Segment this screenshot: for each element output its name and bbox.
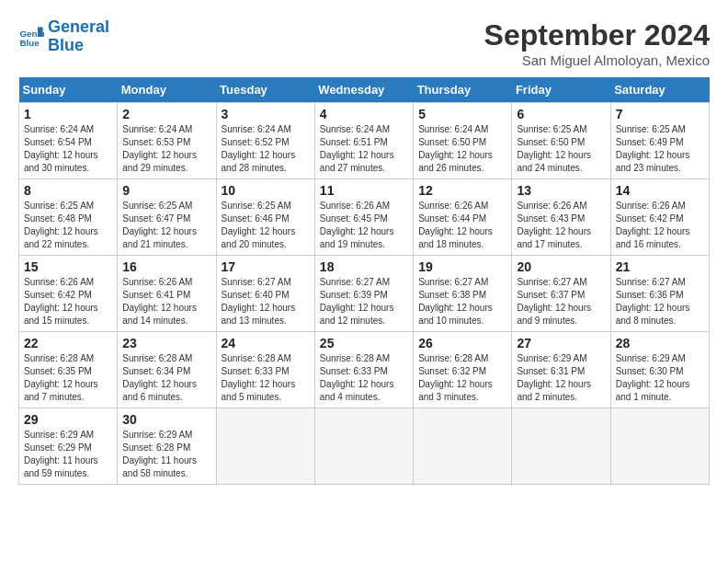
calendar-cell <box>314 408 413 485</box>
day-number: 5 <box>418 107 506 121</box>
calendar-cell: 5 Sunrise: 6:24 AMSunset: 6:50 PMDayligh… <box>414 103 512 179</box>
calendar-cell: 8 Sunrise: 6:25 AMSunset: 6:48 PMDayligh… <box>19 179 118 256</box>
calendar-week-2: 8 Sunrise: 6:25 AMSunset: 6:48 PMDayligh… <box>19 179 710 256</box>
day-number: 15 <box>24 259 112 274</box>
day-info: Sunrise: 6:28 AMSunset: 6:33 PMDaylight:… <box>320 352 408 404</box>
day-info: Sunrise: 6:29 AMSunset: 6:30 PMDaylight:… <box>616 352 704 404</box>
calendar-cell <box>512 408 610 485</box>
calendar-cell: 3 Sunrise: 6:24 AMSunset: 6:52 PMDayligh… <box>216 103 314 179</box>
day-number: 3 <box>222 107 310 121</box>
day-number: 26 <box>418 336 506 350</box>
calendar-cell: 9 Sunrise: 6:25 AMSunset: 6:47 PMDayligh… <box>118 179 216 256</box>
title-area: September 2024 San Miguel Almoloyan, Mex… <box>484 18 710 68</box>
day-number: 11 <box>320 183 408 198</box>
day-number: 25 <box>320 336 408 350</box>
logo-blue: Blue <box>48 36 84 54</box>
day-info: Sunrise: 6:24 AMSunset: 6:50 PMDaylight:… <box>418 123 506 175</box>
calendar-cell: 13 Sunrise: 6:26 AMSunset: 6:43 PMDaylig… <box>512 179 610 256</box>
day-number: 2 <box>122 107 210 121</box>
day-info: Sunrise: 6:28 AMSunset: 6:33 PMDaylight:… <box>222 352 310 404</box>
logo-general: General <box>48 17 109 36</box>
calendar-cell: 12 Sunrise: 6:26 AMSunset: 6:44 PMDaylig… <box>414 179 512 256</box>
day-number: 23 <box>122 336 210 350</box>
calendar-cell: 17 Sunrise: 6:27 AMSunset: 6:40 PMDaylig… <box>216 256 314 332</box>
svg-marker-2 <box>38 27 43 37</box>
day-info: Sunrise: 6:29 AMSunset: 6:31 PMDaylight:… <box>517 352 605 404</box>
calendar-cell: 4 Sunrise: 6:24 AMSunset: 6:51 PMDayligh… <box>314 103 413 179</box>
day-info: Sunrise: 6:25 AMSunset: 6:49 PMDaylight:… <box>616 123 704 175</box>
day-number: 13 <box>517 183 605 198</box>
day-info: Sunrise: 6:25 AMSunset: 6:46 PMDaylight:… <box>222 200 310 251</box>
day-number: 29 <box>24 412 112 427</box>
calendar-week-3: 15 Sunrise: 6:26 AMSunset: 6:42 PMDaylig… <box>19 256 710 332</box>
day-info: Sunrise: 6:24 AMSunset: 6:52 PMDaylight:… <box>222 123 310 175</box>
day-number: 28 <box>616 336 704 350</box>
day-number: 30 <box>122 412 210 427</box>
col-sunday: Sunday <box>19 77 118 103</box>
day-number: 16 <box>122 259 210 274</box>
day-info: Sunrise: 6:25 AMSunset: 6:48 PMDaylight:… <box>24 200 112 251</box>
day-number: 17 <box>222 259 310 274</box>
day-number: 4 <box>320 107 408 121</box>
svg-text:Blue: Blue <box>19 38 40 48</box>
day-info: Sunrise: 6:27 AMSunset: 6:39 PMDaylight:… <box>320 276 408 327</box>
calendar-cell: 7 Sunrise: 6:25 AMSunset: 6:49 PMDayligh… <box>610 103 709 179</box>
calendar-cell: 19 Sunrise: 6:27 AMSunset: 6:38 PMDaylig… <box>414 256 512 332</box>
day-info: Sunrise: 6:28 AMSunset: 6:32 PMDaylight:… <box>418 352 506 404</box>
col-saturday: Saturday <box>610 77 709 103</box>
day-number: 27 <box>517 336 605 350</box>
day-info: Sunrise: 6:26 AMSunset: 6:43 PMDaylight:… <box>517 200 605 251</box>
calendar-cell: 23 Sunrise: 6:28 AMSunset: 6:34 PMDaylig… <box>118 332 216 408</box>
day-number: 21 <box>616 259 704 274</box>
calendar-cell: 27 Sunrise: 6:29 AMSunset: 6:31 PMDaylig… <box>512 332 610 408</box>
calendar-table: Sunday Monday Tuesday Wednesday Thursday… <box>18 77 710 485</box>
col-friday: Friday <box>512 77 610 103</box>
calendar-cell: 29 Sunrise: 6:29 AMSunset: 6:29 PMDaylig… <box>19 408 118 485</box>
calendar-cell <box>216 408 314 485</box>
day-info: Sunrise: 6:27 AMSunset: 6:38 PMDaylight:… <box>418 276 506 327</box>
day-info: Sunrise: 6:25 AMSunset: 6:50 PMDaylight:… <box>517 123 605 175</box>
day-number: 20 <box>517 259 605 274</box>
calendar-cell: 21 Sunrise: 6:27 AMSunset: 6:36 PMDaylig… <box>610 256 709 332</box>
calendar-cell: 18 Sunrise: 6:27 AMSunset: 6:39 PMDaylig… <box>314 256 413 332</box>
calendar-week-1: 1 Sunrise: 6:24 AMSunset: 6:54 PMDayligh… <box>19 103 710 179</box>
day-info: Sunrise: 6:27 AMSunset: 6:40 PMDaylight:… <box>222 276 310 327</box>
day-info: Sunrise: 6:24 AMSunset: 6:53 PMDaylight:… <box>122 123 210 175</box>
calendar-week-5: 29 Sunrise: 6:29 AMSunset: 6:29 PMDaylig… <box>19 408 710 485</box>
calendar-week-4: 22 Sunrise: 6:28 AMSunset: 6:35 PMDaylig… <box>19 332 710 408</box>
day-number: 6 <box>517 107 605 121</box>
day-number: 19 <box>418 259 506 274</box>
day-number: 22 <box>24 336 112 350</box>
calendar-cell <box>610 408 709 485</box>
day-info: Sunrise: 6:24 AMSunset: 6:54 PMDaylight:… <box>24 123 112 175</box>
day-info: Sunrise: 6:28 AMSunset: 6:34 PMDaylight:… <box>122 352 210 404</box>
day-info: Sunrise: 6:26 AMSunset: 6:42 PMDaylight:… <box>24 276 112 327</box>
location: San Miguel Almoloyan, Mexico <box>484 52 710 68</box>
calendar-cell: 26 Sunrise: 6:28 AMSunset: 6:32 PMDaylig… <box>414 332 512 408</box>
day-number: 9 <box>122 183 210 198</box>
logo-icon: General Blue <box>18 24 44 50</box>
day-number: 24 <box>222 336 310 350</box>
day-info: Sunrise: 6:24 AMSunset: 6:51 PMDaylight:… <box>320 123 408 175</box>
day-number: 8 <box>24 183 112 198</box>
month-year: September 2024 <box>484 18 710 52</box>
day-number: 10 <box>222 183 310 198</box>
day-info: Sunrise: 6:27 AMSunset: 6:36 PMDaylight:… <box>616 276 704 327</box>
day-number: 7 <box>616 107 704 121</box>
day-info: Sunrise: 6:28 AMSunset: 6:35 PMDaylight:… <box>24 352 112 404</box>
day-number: 18 <box>320 259 408 274</box>
day-info: Sunrise: 6:26 AMSunset: 6:41 PMDaylight:… <box>122 276 210 327</box>
day-info: Sunrise: 6:29 AMSunset: 6:28 PMDaylight:… <box>122 429 210 480</box>
logo: General Blue General Blue <box>18 18 109 55</box>
calendar-cell <box>414 408 512 485</box>
day-info: Sunrise: 6:29 AMSunset: 6:29 PMDaylight:… <box>24 429 112 480</box>
col-tuesday: Tuesday <box>216 77 314 103</box>
calendar-cell: 6 Sunrise: 6:25 AMSunset: 6:50 PMDayligh… <box>512 103 610 179</box>
day-number: 14 <box>616 183 704 198</box>
header-row: Sunday Monday Tuesday Wednesday Thursday… <box>19 77 710 103</box>
calendar-cell: 11 Sunrise: 6:26 AMSunset: 6:45 PMDaylig… <box>314 179 413 256</box>
calendar-cell: 16 Sunrise: 6:26 AMSunset: 6:41 PMDaylig… <box>118 256 216 332</box>
calendar-cell: 15 Sunrise: 6:26 AMSunset: 6:42 PMDaylig… <box>19 256 118 332</box>
calendar-cell: 14 Sunrise: 6:26 AMSunset: 6:42 PMDaylig… <box>610 179 709 256</box>
calendar-cell: 10 Sunrise: 6:25 AMSunset: 6:46 PMDaylig… <box>216 179 314 256</box>
